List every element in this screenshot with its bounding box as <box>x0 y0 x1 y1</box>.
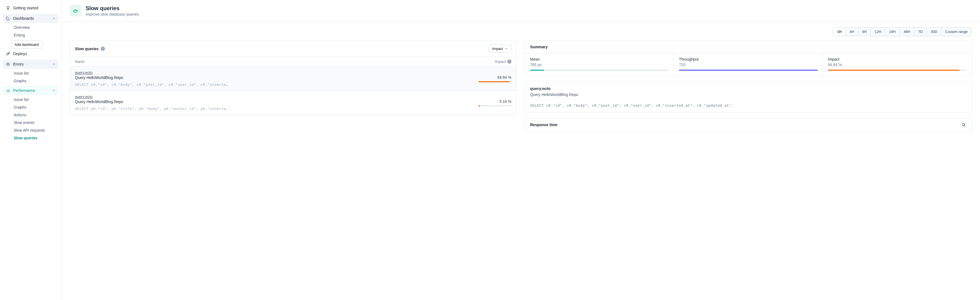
nav-dashboards[interactable]: Dashboards <box>3 14 59 23</box>
nav-label: Getting started <box>13 6 38 10</box>
impact-bar <box>479 81 511 82</box>
time-4h[interactable]: 4H <box>846 27 858 36</box>
svg-point-3 <box>73 10 77 12</box>
query-name-link[interactable]: query.ecto <box>75 70 92 75</box>
query-row[interactable]: query.ecto Query HelloWorldBlog.Repo SEL… <box>70 91 516 114</box>
svg-point-2 <box>6 90 9 92</box>
content: 1H 4H 8H 12H 24H 48H 7D 30D Custom range <box>62 22 980 137</box>
sub-perf-actions[interactable]: Actions <box>11 111 59 119</box>
detail-repo: Query HelloWorldBlog.Repo <box>530 92 967 97</box>
add-dashboard-button[interactable]: Add dashboard <box>11 41 42 49</box>
query-repo: Query HelloWorldBlog.Repo <box>75 100 474 104</box>
lightbulb-icon <box>5 5 10 10</box>
sort-button[interactable]: Impact <box>488 45 511 52</box>
export-icon[interactable] <box>961 122 967 128</box>
info-icon[interactable]: i <box>101 47 105 51</box>
sub-perf-graphs[interactable]: Graphs <box>11 103 59 111</box>
svg-point-1 <box>7 63 9 65</box>
query-name-link[interactable]: query.ecto <box>75 95 92 99</box>
rocket-icon <box>5 51 10 56</box>
sort-label: Impact <box>492 47 503 51</box>
summary-bar <box>679 70 818 71</box>
sub-overview[interactable]: Overview <box>11 24 59 31</box>
time-range-bar: 1H 4H 8H 12H 24H 48H 7D 30D Custom range <box>70 27 972 36</box>
chevron-up-icon <box>52 16 56 20</box>
time-custom[interactable]: Custom range <box>941 27 972 36</box>
sidebar: Getting started Dashboards Overview Erla… <box>0 0 62 300</box>
table-header: Name Impact i <box>70 57 516 67</box>
impact-bar <box>479 105 511 106</box>
summary-label: Throughput <box>679 57 818 62</box>
summary-bar <box>530 70 669 71</box>
summary-bar <box>828 70 967 71</box>
sub-perf-slow-queries[interactable]: Slow queries <box>11 134 59 142</box>
gauge-icon <box>5 16 10 21</box>
summary-label: Mean <box>530 57 669 62</box>
query-row[interactable]: query.ecto Query HelloWorldBlog.Repo SEL… <box>70 67 516 91</box>
summary-value: 765 µs <box>530 62 669 67</box>
info-icon[interactable]: i <box>507 60 511 63</box>
page-subtitle: Improve slow database queries <box>86 12 139 16</box>
sub-graphs[interactable]: Graphs <box>11 77 59 85</box>
nav-deploys[interactable]: Deploys <box>3 49 59 59</box>
time-8h[interactable]: 8H <box>858 27 871 36</box>
sub-erlang[interactable]: Erlang <box>11 31 59 39</box>
query-detail-panel: query.ecto Query HelloWorldBlog.Repo SEL… <box>525 81 972 113</box>
summary-mean: Mean 765 µs <box>525 53 674 76</box>
query-repo: Query HelloWorldBlog.Repo <box>75 75 474 80</box>
page-title: Slow queries <box>86 5 139 11</box>
time-24h[interactable]: 24H <box>885 27 900 36</box>
nav-dashboards-sub: Overview Erlang Add dashboard <box>3 24 59 49</box>
time-48h[interactable]: 48H <box>900 27 915 36</box>
query-sql: SELECT c0."id", c0."body", c0."post_id",… <box>75 83 474 87</box>
detail-sql: SELECT c0."id", c0."body", c0."post_id",… <box>530 103 967 108</box>
chevron-up-icon <box>52 89 56 92</box>
page-header: Slow queries Improve slow database queri… <box>62 0 980 22</box>
nav-label: Dashboards <box>13 16 34 21</box>
summary-impact: Impact 94.84 % <box>823 53 972 76</box>
query-sql: SELECT p0."id", p0."title", p0."body", p… <box>75 107 474 111</box>
response-time-panel: Response time <box>525 117 972 132</box>
nav-errors[interactable]: Errors <box>3 60 59 69</box>
detail-name: query.ecto <box>530 86 967 91</box>
time-range-segmented: 1H 4H 8H 12H 24H 48H 7D 30D Custom range <box>833 27 972 36</box>
sub-perf-slow-api[interactable]: Slow API requests <box>11 126 59 134</box>
sub-perf-slow-events[interactable]: Slow events <box>11 119 59 126</box>
nav-getting-started[interactable]: Getting started <box>3 3 59 13</box>
nav-label: Deploys <box>13 52 27 56</box>
summary-value: 94.84 % <box>828 62 967 67</box>
turtle-icon <box>5 88 10 93</box>
chevron-down-icon <box>504 47 508 51</box>
nav-label: Errors <box>13 62 24 67</box>
slow-queries-panel: Slow queries i Impact Name Impact <box>70 41 517 115</box>
time-1h[interactable]: 1H <box>833 27 846 36</box>
nav-errors-sub: Issue list Graphs <box>3 69 59 85</box>
col-impact: Impact <box>495 60 506 63</box>
time-30d[interactable]: 30D <box>927 27 941 36</box>
summary-value: 720 <box>679 62 818 67</box>
col-name: Name <box>75 60 479 63</box>
nav-label: Performance <box>13 88 35 93</box>
nav-performance-sub: Issue list Graphs Actions Slow events Sl… <box>3 96 59 142</box>
summary-panel: Summary Mean 765 µs Throughput 720 <box>525 41 972 76</box>
time-7d[interactable]: 7D <box>915 27 927 36</box>
svg-point-0 <box>8 53 8 54</box>
chevron-up-icon <box>52 62 56 66</box>
panel-title: Summary <box>530 45 548 49</box>
sub-perf-issue-list[interactable]: Issue list <box>11 96 59 103</box>
turtle-icon <box>70 5 81 16</box>
summary-label: Impact <box>828 57 967 62</box>
panel-title: Slow queries <box>75 47 99 51</box>
svg-rect-4 <box>963 124 964 125</box>
sub-issue-list[interactable]: Issue list <box>11 69 59 77</box>
panel-title: Response time <box>530 122 558 127</box>
nav-performance[interactable]: Performance <box>3 86 59 95</box>
impact-value: 5.16 % <box>479 99 511 104</box>
main: Slow queries Improve slow database queri… <box>62 0 980 300</box>
summary-throughput: Throughput 720 <box>674 53 823 76</box>
impact-value: 94.84 % <box>479 75 511 79</box>
time-12h[interactable]: 12H <box>871 27 885 36</box>
bug-icon <box>5 62 10 67</box>
